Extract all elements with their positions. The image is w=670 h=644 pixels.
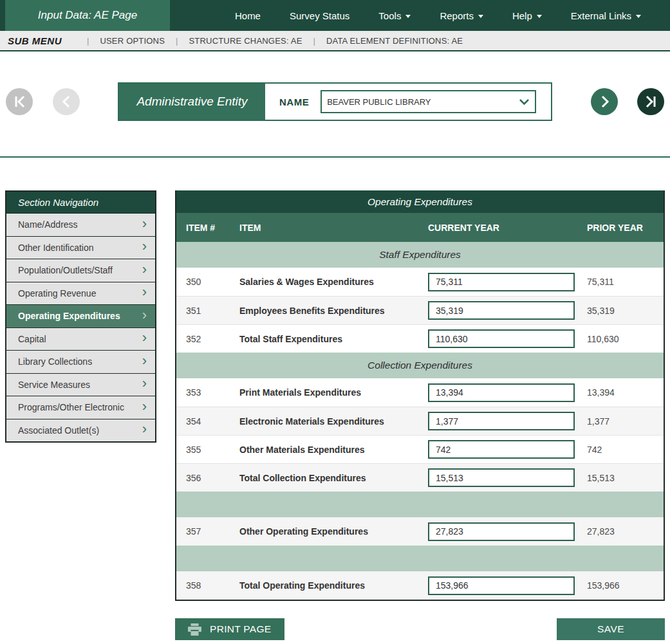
next-record-button[interactable] bbox=[591, 88, 618, 115]
previous-record-button[interactable] bbox=[53, 88, 80, 115]
nav-item-home[interactable]: Home bbox=[235, 10, 261, 21]
print-page-label: PRINT PAGE bbox=[210, 623, 271, 635]
sidebar-item-associated-outlet-s-[interactable]: Associated Outlet(s)› bbox=[6, 419, 155, 442]
sidebar-item-label: Programs/Other Electronic bbox=[18, 402, 124, 412]
last-record-button[interactable] bbox=[637, 88, 664, 115]
sidebar-item-label: Associated Outlet(s) bbox=[18, 425, 99, 436]
current-year-input-354[interactable] bbox=[428, 412, 575, 430]
section-header-label: Staff Expenditures bbox=[379, 249, 461, 261]
current-year-input-357[interactable] bbox=[428, 522, 575, 541]
nav-item-label: Tools bbox=[378, 10, 401, 21]
table-row-352: 352Total Staff Expenditures110,630 bbox=[176, 324, 664, 353]
table-row-353: 353Print Materials Expenditures13,394 bbox=[176, 378, 664, 407]
item-number: 351 bbox=[176, 306, 239, 316]
nav-item-tools[interactable]: Tools bbox=[378, 10, 411, 21]
item-number: 355 bbox=[176, 445, 239, 455]
sub-menu-bar: SUB MENU |USER OPTIONS|STRUCTURE CHANGES… bbox=[0, 31, 670, 51]
current-year-input-356[interactable] bbox=[428, 468, 575, 487]
spacer-row bbox=[176, 492, 664, 517]
sidebar-item-programs-other-electronic[interactable]: Programs/Other Electronic› bbox=[6, 396, 155, 419]
item-number: 352 bbox=[176, 334, 239, 344]
sidebar-item-label: Operating Expenditures bbox=[18, 311, 120, 321]
submenu-separator: | bbox=[313, 36, 315, 46]
caret-down-icon bbox=[405, 15, 411, 18]
item-number: 353 bbox=[176, 387, 239, 398]
sidebar-item-name-address[interactable]: Name/Address› bbox=[6, 213, 155, 236]
sidebar-item-capital[interactable]: Capital› bbox=[6, 327, 155, 351]
item-number: 356 bbox=[176, 473, 239, 483]
nav-item-help[interactable]: Help bbox=[512, 10, 542, 21]
sidebar-item-service-measures[interactable]: Service Measures› bbox=[6, 373, 155, 396]
item-label: Total Operating Expenditures bbox=[239, 580, 428, 591]
nav-item-survey-status[interactable]: Survey Status bbox=[290, 10, 349, 21]
submenu-separator: | bbox=[176, 36, 178, 46]
first-record-icon bbox=[6, 88, 33, 115]
prior-year-value: 153,966 bbox=[587, 580, 664, 591]
entity-selector-panel: Administrative Entity NAME BEAVER PUBLIC… bbox=[118, 82, 552, 121]
table-title: Operating Expenditures bbox=[176, 190, 664, 213]
item-label: Total Collection Expenditures bbox=[239, 473, 428, 483]
nav-item-label: Reports bbox=[440, 10, 474, 21]
table-row-356: 356Total Collection Expenditures15,513 bbox=[176, 463, 664, 492]
table-row-358: 358Total Operating Expenditures153,966 bbox=[176, 571, 664, 600]
nav-item-reports[interactable]: Reports bbox=[440, 10, 483, 21]
chevron-right-icon: › bbox=[142, 400, 147, 414]
name-label: NAME bbox=[279, 97, 309, 107]
caret-down-icon bbox=[636, 15, 641, 18]
sidebar-item-operating-revenue[interactable]: Operating Revenue› bbox=[6, 282, 155, 305]
chevron-right-icon: › bbox=[142, 217, 147, 231]
chevron-right-icon: › bbox=[142, 262, 147, 277]
previous-record-icon bbox=[53, 88, 80, 115]
nav-item-external-links[interactable]: External Links bbox=[571, 10, 641, 21]
col-item: ITEM bbox=[239, 223, 428, 233]
sidebar-item-population-outlets-staff[interactable]: Population/Outlets/Staff› bbox=[6, 259, 155, 282]
current-year-input-355[interactable] bbox=[428, 440, 575, 459]
save-label: SAVE bbox=[597, 623, 624, 635]
item-label: Employees Benefits Expenditures bbox=[239, 306, 428, 316]
first-record-button[interactable] bbox=[6, 88, 33, 115]
current-year-input-352[interactable] bbox=[428, 329, 575, 348]
operating-expenditures-table: Operating Expenditures ITEM # ITEM CURRE… bbox=[175, 190, 665, 601]
caret-down-icon bbox=[537, 15, 542, 18]
entity-name-select[interactable]: BEAVER PUBLIC LIBRARY bbox=[322, 91, 535, 112]
item-number: 354 bbox=[176, 416, 239, 427]
current-year-input-351[interactable] bbox=[428, 301, 575, 320]
chevron-right-icon: › bbox=[142, 331, 147, 345]
top-nav-items: HomeSurvey StatusToolsReportsHelpExterna… bbox=[235, 0, 670, 31]
section-header-label: Collection Expenditures bbox=[368, 360, 472, 371]
submenu-item-data-element-definitions-ae[interactable]: DATA ELEMENT DEFINITIONS: AE bbox=[326, 36, 463, 46]
chevron-right-icon: › bbox=[142, 354, 147, 368]
submenu-item-structure-changes-ae[interactable]: STRUCTURE CHANGES: AE bbox=[189, 36, 302, 46]
sidebar-item-library-collections[interactable]: Library Collections› bbox=[6, 350, 155, 373]
item-label: Total Staff Expenditures bbox=[239, 334, 428, 344]
current-year-input-350[interactable] bbox=[428, 273, 575, 291]
item-label: Other Operating Expenditures bbox=[239, 526, 428, 537]
save-button[interactable]: SAVE bbox=[557, 618, 665, 640]
chevron-right-icon: › bbox=[142, 239, 147, 253]
col-current-year: CURRENT YEAR bbox=[428, 223, 587, 233]
item-number: 358 bbox=[176, 580, 239, 591]
chevron-right-icon: › bbox=[142, 308, 147, 322]
item-label: Electronic Materials Expenditures bbox=[239, 416, 428, 427]
print-page-button[interactable]: PRINT PAGE bbox=[175, 618, 284, 640]
table-column-headers: ITEM # ITEM CURRENT YEAR PRIOR YEAR bbox=[176, 213, 664, 242]
submenu-item-user-options[interactable]: USER OPTIONS bbox=[100, 36, 165, 46]
nav-item-label: Help bbox=[512, 10, 532, 21]
sidebar-item-other-identification[interactable]: Other Identification› bbox=[6, 236, 155, 259]
item-label: Other Materials Expenditures bbox=[239, 445, 428, 455]
tab-input-data-ae-page[interactable]: Input Data: AE Page bbox=[5, 0, 170, 31]
printer-icon bbox=[188, 623, 201, 636]
table-row-355: 355Other Materials Expenditures742 bbox=[176, 435, 664, 463]
sidebar-item-operating-expenditures[interactable]: Operating Expenditures› bbox=[6, 304, 155, 327]
item-number: 357 bbox=[176, 526, 239, 537]
col-item-number: ITEM # bbox=[176, 223, 239, 233]
current-year-input-353[interactable] bbox=[428, 383, 575, 402]
table-row-357: 357Other Operating Expenditures27,823 bbox=[176, 517, 664, 546]
sidebar-item-label: Other Identification bbox=[18, 243, 94, 253]
chevron-right-icon: › bbox=[142, 376, 147, 391]
sidebar-item-label: Operating Revenue bbox=[18, 288, 96, 299]
entity-name-select-wrap: BEAVER PUBLIC LIBRARY bbox=[321, 90, 536, 113]
sidebar-item-label: Population/Outlets/Staff bbox=[18, 265, 113, 275]
prior-year-value: 15,513 bbox=[587, 473, 664, 483]
current-year-input-358[interactable] bbox=[428, 576, 575, 595]
